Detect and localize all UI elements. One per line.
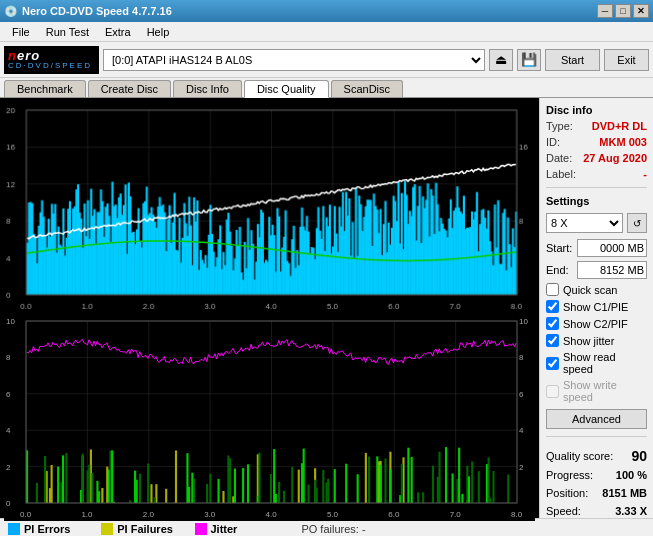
start-label: Start: — [546, 242, 573, 254]
pi-errors-color-box — [8, 523, 20, 535]
title-bar-icon: 💿 — [4, 5, 18, 18]
disc-type-value: DVD+R DL — [592, 120, 647, 132]
tab-disc-info[interactable]: Disc Info — [173, 80, 242, 97]
menu-bar: File Run Test Extra Help — [0, 22, 653, 42]
tab-scan-disc[interactable]: ScanDisc — [331, 80, 403, 97]
jitter-checkbox[interactable] — [546, 334, 559, 347]
settings-title: Settings — [546, 195, 647, 207]
title-bar: 💿 Nero CD-DVD Speed 4.7.7.16 ─ □ ✕ — [0, 0, 653, 22]
po-failures-line: PO failures: - — [301, 523, 365, 535]
title-bar-left: 💿 Nero CD-DVD Speed 4.7.7.16 — [4, 5, 172, 18]
advanced-button[interactable]: Advanced — [546, 409, 647, 429]
separator-2 — [546, 436, 647, 437]
quality-score-label: Quality score: — [546, 450, 613, 462]
quality-score-value: 90 — [631, 448, 647, 464]
quality-score-row: Quality score: 90 — [546, 448, 647, 464]
jitter-label: Show jitter — [563, 335, 614, 347]
tab-benchmark[interactable]: Benchmark — [4, 80, 86, 97]
speed-stat-label: Speed: — [546, 505, 581, 517]
jitter-row: Show jitter — [546, 334, 647, 347]
title-bar-controls: ─ □ ✕ — [597, 4, 649, 18]
disc-type-row: Type: DVD+R DL — [546, 120, 647, 132]
pi-failures-color-box — [101, 523, 113, 535]
quick-scan-row: Quick scan — [546, 283, 647, 296]
write-speed-label: Show write speed — [563, 379, 647, 403]
refresh-button[interactable]: ↺ — [627, 213, 647, 233]
speed-select[interactable]: 8 X — [546, 213, 623, 233]
write-speed-checkbox[interactable] — [546, 385, 559, 398]
close-button[interactable]: ✕ — [633, 4, 649, 18]
speed-stat-row: Speed: 3.33 X — [546, 505, 647, 517]
start-input[interactable] — [577, 239, 647, 257]
pi-errors-legend: PI Errors Average: 0.95 Maximum: 18 Tota… — [8, 523, 81, 536]
read-speed-label: Show read speed — [563, 351, 647, 375]
drive-select[interactable]: [0:0] ATAPI iHAS124 B AL0S — [103, 49, 485, 71]
jitter-legend: Jitter Average: 8.32 % Maximum: 9.6 % — [195, 523, 282, 536]
speed-row: 8 X ↺ — [546, 213, 647, 233]
quick-scan-label: Quick scan — [563, 284, 617, 296]
end-input[interactable] — [577, 261, 647, 279]
disc-date-value: 27 Aug 2020 — [583, 152, 647, 164]
separator-1 — [546, 187, 647, 188]
c2pif-label: Show C2/PIF — [563, 318, 628, 330]
progress-value: 100 % — [616, 469, 647, 481]
chart-area — [0, 98, 539, 518]
c2pif-checkbox[interactable] — [546, 317, 559, 330]
pi-failures-label: PI Failures — [117, 523, 173, 535]
c2pif-row: Show C2/PIF — [546, 317, 647, 330]
quick-scan-checkbox[interactable] — [546, 283, 559, 296]
jitter-label: Jitter — [211, 523, 238, 535]
read-speed-row: Show read speed — [546, 351, 647, 375]
disc-type-label: Type: — [546, 120, 573, 132]
jitter-color-box — [195, 523, 207, 535]
chart-bottom — [4, 313, 535, 521]
po-failures-legend: PO failures: - — [301, 523, 365, 536]
maximize-button[interactable]: □ — [615, 4, 631, 18]
disc-label-label: Label: — [546, 168, 576, 180]
minimize-button[interactable]: ─ — [597, 4, 613, 18]
read-speed-checkbox[interactable] — [546, 357, 559, 370]
disc-info-title: Disc info — [546, 104, 647, 116]
tabs: Benchmark Create Disc Disc Info Disc Qua… — [0, 78, 653, 98]
save-button[interactable]: 💾 — [517, 49, 541, 71]
tab-create-disc[interactable]: Create Disc — [88, 80, 171, 97]
position-row: Position: 8151 MB — [546, 487, 647, 499]
progress-row: Progress: 100 % — [546, 469, 647, 481]
menu-extra[interactable]: Extra — [97, 25, 139, 39]
menu-run-test[interactable]: Run Test — [38, 25, 97, 39]
disc-label-value: - — [643, 168, 647, 180]
c1pie-checkbox[interactable] — [546, 300, 559, 313]
toolbar: nero CD·DVD/SPEED [0:0] ATAPI iHAS124 B … — [0, 42, 653, 78]
disc-id-label: ID: — [546, 136, 560, 148]
nero-logo: nero CD·DVD/SPEED — [4, 46, 99, 74]
disc-id-value: MKM 003 — [599, 136, 647, 148]
disc-date-label: Date: — [546, 152, 572, 164]
menu-file[interactable]: File — [4, 25, 38, 39]
pi-errors-label: PI Errors — [24, 523, 70, 535]
write-speed-row: Show write speed — [546, 379, 647, 403]
disc-date-row: Date: 27 Aug 2020 — [546, 152, 647, 164]
speed-stat-value: 3.33 X — [615, 505, 647, 517]
title-bar-title: Nero CD-DVD Speed 4.7.7.16 — [22, 5, 172, 17]
nero-product: CD·DVD/SPEED — [8, 62, 92, 70]
pi-failures-legend: PI Failures Average: 0.01 Maximum: 4 Tot… — [101, 523, 174, 536]
end-row: End: — [546, 261, 647, 279]
menu-help[interactable]: Help — [139, 25, 178, 39]
eject-button[interactable]: ⏏ — [489, 49, 513, 71]
chart-top — [4, 102, 535, 313]
exit-button[interactable]: Exit — [604, 49, 649, 71]
start-row: Start: — [546, 239, 647, 257]
start-button[interactable]: Start — [545, 49, 600, 71]
tab-disc-quality[interactable]: Disc Quality — [244, 80, 329, 98]
jitter-title: Jitter — [195, 523, 282, 535]
disc-id-row: ID: MKM 003 — [546, 136, 647, 148]
main-content: Disc info Type: DVD+R DL ID: MKM 003 Dat… — [0, 98, 653, 518]
c1pie-label: Show C1/PIE — [563, 301, 628, 313]
c1pie-row: Show C1/PIE — [546, 300, 647, 313]
disc-label-row: Label: - — [546, 168, 647, 180]
progress-label: Progress: — [546, 469, 593, 481]
end-label: End: — [546, 264, 573, 276]
pi-failures-title: PI Failures — [101, 523, 174, 535]
position-label: Position: — [546, 487, 588, 499]
right-panel: Disc info Type: DVD+R DL ID: MKM 003 Dat… — [539, 98, 653, 518]
